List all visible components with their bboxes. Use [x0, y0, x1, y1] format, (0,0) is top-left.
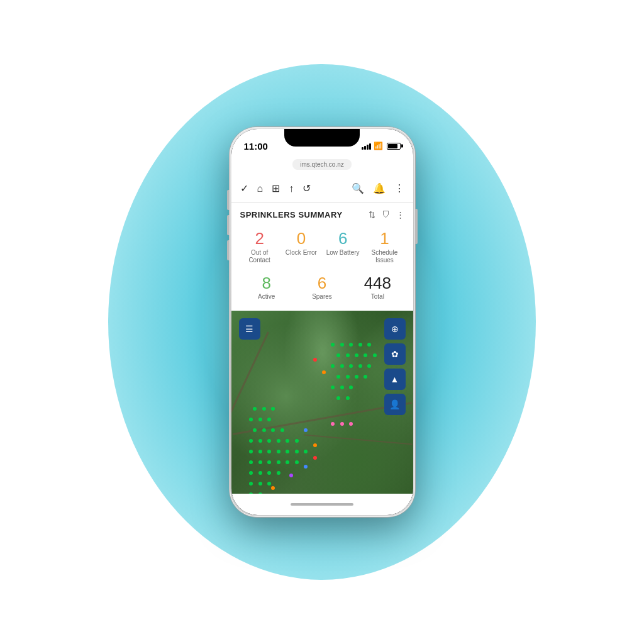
filter-icon[interactable]: ⛉ — [382, 210, 390, 219]
stat-value-active: 8 — [262, 274, 270, 292]
signal-bar-3 — [367, 145, 369, 150]
signal-bar-1 — [362, 147, 364, 150]
stat-label-clock-error: Clock Error — [286, 249, 317, 257]
map-area: ☰ ⊕ ✿ ▲ — [231, 311, 413, 494]
wifi-icon: 📶 — [374, 142, 383, 150]
summary-card: SPRINKLERS SUMMARY ⇅ ⛉ ⋮ 2 Out of C — [231, 203, 413, 311]
sprinkler-dot-purple — [289, 474, 293, 477]
home-icon[interactable]: ⌂ — [257, 183, 264, 194]
summary-title: SPRINKLERS SUMMARY — [240, 210, 343, 219]
list-icon: ☰ — [245, 324, 253, 334]
stat-low-battery[interactable]: 6 Low Battery — [323, 227, 362, 267]
sprinkler-dot — [258, 418, 262, 421]
sprinkler-dot — [277, 460, 280, 464]
sprinkler-dot — [346, 396, 350, 400]
stat-value-schedule-issues: 1 — [380, 230, 389, 248]
home-indicator — [231, 494, 413, 515]
sprinkler-dot-alert — [313, 358, 317, 362]
phone-frame: 11:00 📶 — [230, 127, 415, 517]
stat-total[interactable]: 448 Total — [351, 272, 404, 304]
sprinkler-dot — [358, 364, 362, 368]
stat-label-total: Total — [371, 293, 384, 301]
sprinkler-dot — [262, 407, 266, 411]
sprinkler-dot — [258, 439, 262, 443]
phone-device: 11:00 📶 — [230, 127, 415, 517]
summary-header: SPRINKLERS SUMMARY ⇅ ⛉ ⋮ — [240, 210, 404, 219]
battery-icon — [387, 143, 401, 150]
signal-bar-4 — [369, 143, 371, 150]
sprinkler-dot — [346, 375, 350, 379]
terrain-icon: ▲ — [391, 374, 399, 384]
url-bar: ims.qtech.co.nz — [231, 157, 413, 175]
stat-label-low-battery: Low Battery — [326, 249, 360, 257]
sprinkler-dot — [258, 460, 262, 464]
sprinkler-dot-warning — [313, 443, 317, 447]
main-toolbar: ✓ ⌂ ⊞ ↑ ↺ 🔍 🔔 ⋮ — [231, 175, 413, 203]
stats-row-2: 8 Active 6 Spares 448 Total — [240, 272, 404, 304]
sprinkler-dot — [358, 343, 362, 347]
stat-value-total: 448 — [364, 274, 391, 292]
sprinkler-dot-pink — [340, 422, 344, 426]
map-background: ☰ ⊕ ✿ ▲ — [231, 311, 413, 494]
sprinkler-dot — [258, 482, 262, 486]
map-user-button[interactable]: 👤 — [384, 394, 406, 415]
map-terrain-button[interactable]: ▲ — [384, 369, 406, 390]
screen: 11:00 📶 — [231, 129, 413, 515]
stat-value-clock-error: 0 — [297, 230, 306, 248]
stat-schedule-issues[interactable]: 1 Schedule Issues — [365, 227, 404, 267]
map-layer-button[interactable]: ✿ — [384, 343, 406, 365]
stat-label-schedule-issues: Schedule Issues — [366, 249, 402, 264]
sort-icon[interactable]: ⇅ — [369, 210, 375, 219]
check-icon[interactable]: ✓ — [240, 182, 248, 194]
phone-screen-container: 11:00 📶 — [231, 129, 413, 515]
upload-icon[interactable]: ↑ — [289, 183, 294, 194]
signal-bar-2 — [364, 146, 366, 150]
stat-value-spares: 6 — [318, 274, 326, 292]
stat-spares[interactable]: 6 Spares — [296, 272, 348, 304]
status-icons: 📶 — [362, 142, 401, 150]
summary-header-icons: ⇅ ⛉ ⋮ — [369, 210, 404, 219]
options-icon[interactable]: ⋮ — [396, 210, 404, 219]
sprinkler-dot — [277, 450, 280, 453]
stat-active[interactable]: 8 Active — [240, 272, 293, 304]
sprinkler-dot — [346, 353, 350, 357]
sprinkler-dot — [249, 492, 253, 494]
bell-icon[interactable]: 🔔 — [373, 182, 386, 194]
grid-icon[interactable]: ⊞ — [272, 182, 280, 194]
battery-fill — [388, 144, 397, 148]
sprinkler-dot-red — [313, 456, 317, 460]
sprinkler-dot — [277, 471, 280, 475]
stats-row-1: 2 Out of Contact 0 Clock Error 6 Low Bat… — [240, 227, 404, 267]
refresh-icon[interactable]: ↺ — [303, 182, 311, 194]
toolbar-left: ✓ ⌂ ⊞ ↑ ↺ — [240, 182, 311, 194]
map-list-button[interactable]: ☰ — [239, 318, 260, 340]
sprinkler-dot — [295, 450, 299, 453]
sprinkler-dot — [277, 439, 280, 443]
sprinkler-dot — [295, 439, 299, 443]
notch — [284, 129, 360, 147]
user-icon: 👤 — [389, 399, 400, 409]
layer-icon: ✿ — [391, 349, 399, 359]
stat-label-out-of-contact: Out of Contact — [242, 249, 278, 264]
url-text: ims.qtech.co.nz — [292, 159, 351, 170]
more-icon[interactable]: ⋮ — [394, 182, 404, 194]
stat-label-spares: Spares — [312, 293, 332, 301]
stat-value-low-battery: 6 — [338, 230, 347, 248]
sprinkler-dot — [258, 471, 262, 475]
stat-value-out-of-contact: 2 — [255, 230, 264, 248]
search-icon[interactable]: 🔍 — [352, 182, 364, 194]
map-locate-button[interactable]: ⊕ — [384, 318, 406, 340]
sprinkler-dot — [295, 460, 299, 464]
status-time: 11:00 — [244, 141, 268, 152]
sprinkler-dot — [258, 450, 262, 453]
signal-bars — [362, 142, 371, 150]
locate-icon: ⊕ — [391, 324, 399, 334]
sprinkler-dot — [280, 428, 284, 432]
stat-out-of-contact[interactable]: 2 Out of Contact — [240, 227, 279, 267]
sprinkler-dot — [262, 428, 266, 432]
toolbar-right: 🔍 🔔 ⋮ — [352, 182, 404, 194]
stat-label-active: Active — [258, 293, 275, 301]
content-area: SPRINKLERS SUMMARY ⇅ ⛉ ⋮ 2 Out of C — [231, 203, 413, 494]
stat-clock-error[interactable]: 0 Clock Error — [282, 227, 321, 267]
sprinkler-dot — [258, 492, 262, 494]
